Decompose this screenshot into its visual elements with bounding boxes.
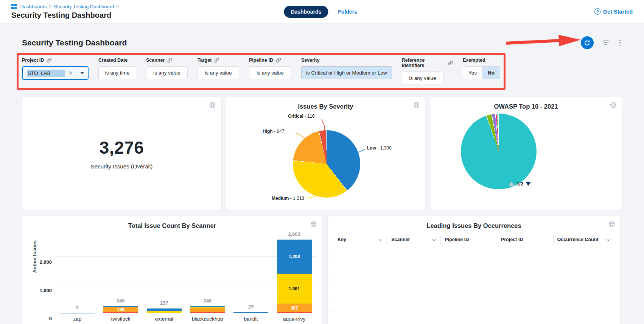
chevron-down-icon[interactable]	[607, 237, 610, 241]
filter-created-date: Created Date is any time	[98, 58, 136, 79]
pager-label: 1/2	[516, 181, 523, 187]
column-project-id-label: Project ID	[501, 237, 523, 242]
bar-bandit[interactable]: 29bandit	[229, 237, 273, 313]
callout-low-name: Low	[367, 145, 376, 151]
pager-up-icon[interactable]	[509, 182, 514, 186]
exempted-no-button[interactable]: No	[482, 66, 500, 79]
reference-identifiers-filter-button[interactable]: is any value	[402, 72, 443, 84]
card-security-issues-overall: 3,276 Security Issues (Overall)	[22, 97, 221, 210]
callout-medium-value: 1,213	[293, 196, 304, 201]
bar-blackduckhub[interactable]: 240blackduckhub	[186, 237, 229, 313]
project-id-value[interactable]: STO_LAB	[27, 70, 65, 77]
filter-exempted: Exempted Yes No	[463, 58, 500, 79]
bar-segment-medium	[147, 311, 182, 313]
globe-icon	[310, 221, 317, 228]
filter-reference-identifiers: Reference Identifiers is any value	[402, 58, 453, 84]
bar-stack	[233, 312, 268, 313]
table-body-empty	[328, 247, 620, 322]
more-options-icon[interactable]	[618, 38, 622, 48]
callout-high: High - 647	[263, 129, 284, 134]
column-header-occurrence-count[interactable]: Occurrence Count	[553, 235, 615, 245]
tab-folders[interactable]: Folders	[338, 9, 357, 15]
target-filter-button[interactable]: is any value	[198, 66, 239, 79]
callout-critical-value: 116	[307, 114, 314, 119]
bar-segment-critical	[103, 312, 138, 313]
clear-icon[interactable]: ✕	[68, 70, 73, 76]
dashboard-main: Security Testing Dashboard Project ID	[0, 23, 644, 324]
scanner-bar-plot[interactable]: 01,0002,0002zap188245twistlock157externa…	[56, 237, 316, 313]
chevron-down-icon[interactable]	[432, 237, 436, 241]
link-icon	[276, 58, 281, 63]
filter-project-id: Project ID STO_LAB ✕	[22, 58, 89, 80]
bar-total-label: 2,603	[272, 231, 316, 237]
help-icon: ?	[594, 8, 601, 15]
x-axis-label: aqua-trivy	[272, 316, 316, 322]
y-tick-label: 0	[49, 316, 52, 321]
dashboard-filters-icon[interactable]	[601, 39, 610, 47]
divider	[76, 69, 76, 77]
refresh-icon	[584, 40, 590, 46]
table-header: Key Scanner Pipeline ID Project ID Occur…	[328, 235, 620, 245]
x-axis-label: twistlock	[99, 316, 143, 322]
bar-segment-high: 307	[277, 304, 312, 312]
filter-scanner: Scanner is any value	[146, 58, 188, 79]
created-date-filter-button[interactable]: is any time	[98, 66, 136, 79]
chevron-down-icon[interactable]	[80, 72, 84, 74]
card-issues-by-severity: Issues By Severity Critical - 116 High -…	[226, 97, 425, 210]
bar-segment-high	[190, 308, 225, 312]
column-header-pipeline-id[interactable]: Pipeline ID	[440, 235, 497, 245]
get-started-label: Get Started	[603, 9, 633, 15]
callout-critical: Critical - 116	[288, 114, 315, 119]
column-header-project-id[interactable]: Project ID	[497, 235, 553, 245]
bar-segment-high: 188	[103, 307, 138, 312]
scanner-filter-button[interactable]: is any value	[146, 66, 188, 79]
bar-stack	[190, 306, 225, 313]
breadcrumb-separator-icon: >	[116, 4, 119, 9]
bar-zap[interactable]: 2zap	[56, 237, 99, 313]
bar-stack	[147, 308, 182, 313]
bar-total-label: 157	[142, 300, 186, 306]
owasp-legend-pager: 1/2	[509, 181, 531, 187]
page-title: Security Testing Dashboard	[11, 11, 119, 20]
issues-by-severity-pie[interactable]	[293, 130, 360, 198]
column-occurrence-count-label: Occurrence Count	[557, 237, 599, 242]
callout-high-value: 647	[277, 129, 284, 134]
bar-segment-medium: 1,061	[277, 274, 312, 304]
pipeline-id-filter-button[interactable]: is any value	[249, 66, 291, 79]
top-bar: Dashboards > Security Testing Dashboard …	[0, 0, 644, 23]
breadcrumb: Dashboards > Security Testing Dashboard …	[11, 4, 119, 9]
scanner-chart-title: Total Issue Count By Scanner	[22, 216, 322, 229]
chevron-down-icon[interactable]	[379, 237, 383, 241]
filter-project-id-label: Project ID	[22, 58, 44, 63]
filter-bar: Project ID STO_LAB ✕ Created Date is any…	[17, 53, 506, 90]
y-tick-label: 2,000	[39, 259, 52, 265]
breadcrumb-dashboards[interactable]: Dashboards	[20, 4, 47, 9]
link-icon	[47, 58, 52, 63]
bar-total-label: 245	[99, 298, 143, 304]
pager-down-icon[interactable]	[526, 182, 531, 186]
refresh-button[interactable]	[581, 36, 594, 49]
column-key-label: Key	[338, 237, 346, 242]
filter-exempted-label: Exempted	[463, 58, 485, 63]
column-header-scanner[interactable]: Scanner	[387, 235, 440, 245]
bar-twistlock[interactable]: 188245twistlock	[99, 237, 143, 313]
x-axis-label: blackduckhub	[186, 316, 229, 322]
bar-aqua-trivy[interactable]: 3071,0611,2082,603aqua-trivy	[272, 237, 316, 313]
severity-filter-button[interactable]: is Critical or High or Medium or Low	[301, 66, 392, 79]
filter-target: Target is any value	[198, 58, 239, 79]
callout-medium: Medium - 1,213	[272, 196, 304, 201]
bar-segment-critical	[277, 312, 312, 313]
exempted-yes-button[interactable]: Yes	[463, 66, 482, 79]
leading-issues-title: Leading Issues By Occurrences	[328, 216, 620, 229]
exempted-toggle: Yes No	[463, 66, 500, 79]
tab-dashboards[interactable]: Dashboards	[284, 6, 328, 18]
bar-segment-critical	[190, 312, 225, 313]
breadcrumb-current-dashboard[interactable]: Security Testing Dashboard	[54, 4, 114, 9]
column-header-key[interactable]: Key	[334, 235, 387, 245]
project-id-select[interactable]: STO_LAB ✕	[22, 66, 89, 80]
owasp-top10-pie[interactable]	[461, 114, 537, 189]
filter-scanner-label: Scanner	[146, 58, 165, 63]
get-started-link[interactable]: ? Get Started	[594, 8, 633, 15]
bar-external[interactable]: 157external	[142, 237, 186, 313]
y-tick-label: 1,000	[39, 287, 52, 293]
